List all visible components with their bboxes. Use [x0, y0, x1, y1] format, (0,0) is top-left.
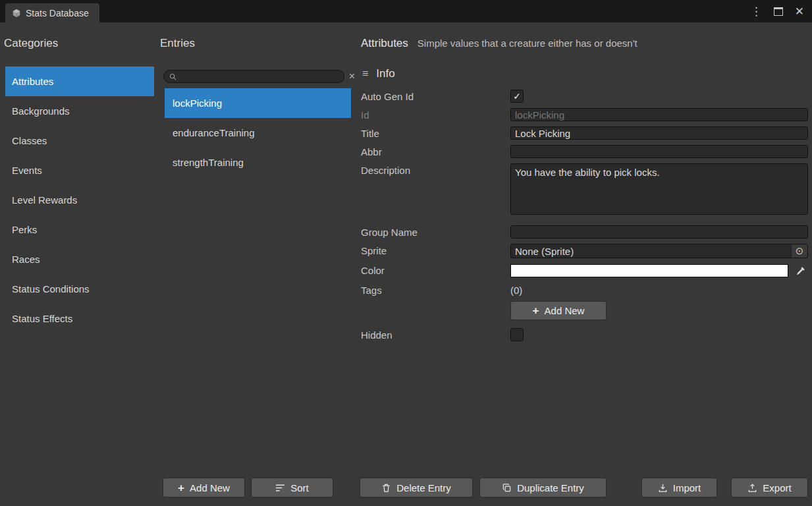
categories-list: Attributes Backgrounds Classes Events Le…	[0, 67, 156, 333]
field-row-tags: Tags (0)	[361, 283, 808, 296]
category-item-status-conditions[interactable]: Status Conditions	[5, 274, 154, 304]
duplicate-icon	[502, 483, 512, 493]
field-row-group-name: Group Name	[361, 225, 808, 239]
window-title: Stats Database	[26, 8, 89, 18]
entries-header: Entries	[160, 22, 355, 50]
prefab-cube-icon	[12, 9, 21, 18]
category-item-classes[interactable]: Classes	[5, 126, 154, 155]
import-button[interactable]: Import	[641, 478, 717, 497]
category-item-level-rewards[interactable]: Level Rewards	[5, 185, 154, 215]
list-icon: ≡	[362, 68, 368, 80]
description-field[interactable]: You have the ability to pick locks.	[510, 163, 808, 215]
object-picker-icon[interactable]: ⊙	[791, 244, 807, 258]
abbr-field[interactable]	[510, 145, 808, 158]
tags-add-new-button[interactable]: + Add New	[510, 301, 607, 320]
category-item-backgrounds[interactable]: Backgrounds	[5, 96, 154, 126]
entry-item-endurancetraining[interactable]: enduranceTraining	[165, 118, 351, 148]
hidden-checkbox[interactable]	[510, 328, 524, 341]
entry-item-lockpicking[interactable]: lockPicking	[165, 88, 351, 118]
sort-button[interactable]: Sort	[251, 478, 333, 497]
plus-icon: +	[533, 305, 539, 316]
entries-list: lockPicking enduranceTraining strengthTr…	[160, 88, 355, 177]
sprite-label: Sprite	[361, 244, 510, 256]
field-row-title: Title	[361, 126, 808, 140]
categories-panel: Categories Attributes Backgrounds Classe…	[0, 22, 156, 506]
abbr-label: Abbr	[361, 145, 510, 157]
hidden-label: Hidden	[361, 328, 510, 341]
field-row-auto-gen-id: Auto Gen Id ✓	[361, 90, 808, 103]
add-new-button[interactable]: + Add New	[163, 478, 245, 497]
id-field	[510, 108, 808, 121]
field-row-abbr: Abbr	[361, 145, 808, 158]
titlebar: Stats Database ⋮ ✕	[0, 0, 812, 22]
search-clear-icon[interactable]: ×	[349, 71, 355, 82]
info-section-title: Info	[376, 67, 394, 80]
import-icon	[658, 483, 668, 493]
duplicate-entry-button[interactable]: Duplicate Entry	[479, 478, 607, 497]
inspector-panel: Attributes Simple values that a creature…	[361, 22, 808, 466]
category-item-perks[interactable]: Perks	[5, 215, 154, 244]
search-icon	[169, 73, 176, 80]
category-item-status-effects[interactable]: Status Effects	[5, 304, 154, 333]
trash-icon	[381, 483, 391, 493]
inspector-subtitle: Simple values that a creature either has…	[418, 37, 637, 50]
title-label: Title	[361, 126, 510, 139]
group-name-field[interactable]	[510, 225, 808, 239]
titlebar-controls: ⋮ ✕	[751, 0, 804, 22]
stats-database-window: Stats Database ⋮ ✕ Categories Attributes…	[0, 0, 812, 506]
export-icon	[747, 483, 757, 493]
field-row-id: Id	[361, 108, 808, 121]
entries-panel: Entries × lockPicking enduranceTraining …	[160, 22, 355, 506]
field-row-sprite: Sprite None (Sprite) ⊙	[361, 244, 808, 258]
window-tab[interactable]: Stats Database	[5, 3, 99, 22]
delete-entry-button[interactable]: Delete Entry	[360, 478, 473, 497]
sprite-value: None (Sprite)	[511, 246, 791, 257]
sprite-object-field[interactable]: None (Sprite) ⊙	[510, 244, 808, 258]
plus-icon: +	[178, 482, 184, 493]
auto-gen-id-checkbox[interactable]: ✓	[510, 90, 524, 103]
field-row-color: Color	[361, 264, 808, 278]
entries-search-row: ×	[163, 70, 355, 83]
inspector-header: Attributes Simple values that a creature…	[361, 37, 808, 50]
color-swatch[interactable]	[510, 264, 788, 277]
maximize-icon[interactable]	[774, 7, 783, 16]
field-row-description: Description You have the ability to pick…	[361, 163, 808, 217]
tags-label: Tags	[361, 283, 510, 296]
check-icon: ✓	[513, 91, 521, 101]
category-item-attributes[interactable]: Attributes	[5, 67, 154, 96]
description-label: Description	[361, 163, 510, 176]
info-section-header: ≡ Info	[362, 67, 808, 80]
search-box[interactable]	[163, 70, 344, 83]
tags-count: (0)	[510, 283, 808, 296]
menu-icon[interactable]: ⋮	[751, 6, 762, 17]
category-item-races[interactable]: Races	[5, 244, 154, 274]
auto-gen-id-label: Auto Gen Id	[361, 90, 510, 102]
color-label: Color	[361, 264, 510, 276]
search-input[interactable]	[180, 71, 338, 82]
group-name-label: Group Name	[361, 225, 510, 238]
entry-item-strengthtraining[interactable]: strengthTraining	[165, 148, 351, 177]
inspector-title: Attributes	[361, 37, 408, 50]
id-label: Id	[361, 108, 510, 121]
categories-header: Categories	[0, 22, 156, 50]
sort-icon	[275, 484, 285, 492]
field-row-hidden: Hidden	[361, 328, 808, 341]
field-row-tags-add: + Add New	[361, 301, 808, 320]
eyedropper-icon[interactable]	[792, 264, 808, 278]
close-icon[interactable]: ✕	[795, 6, 804, 17]
title-field[interactable]	[510, 126, 808, 140]
export-button[interactable]: Export	[731, 478, 808, 497]
category-item-events[interactable]: Events	[5, 155, 154, 185]
